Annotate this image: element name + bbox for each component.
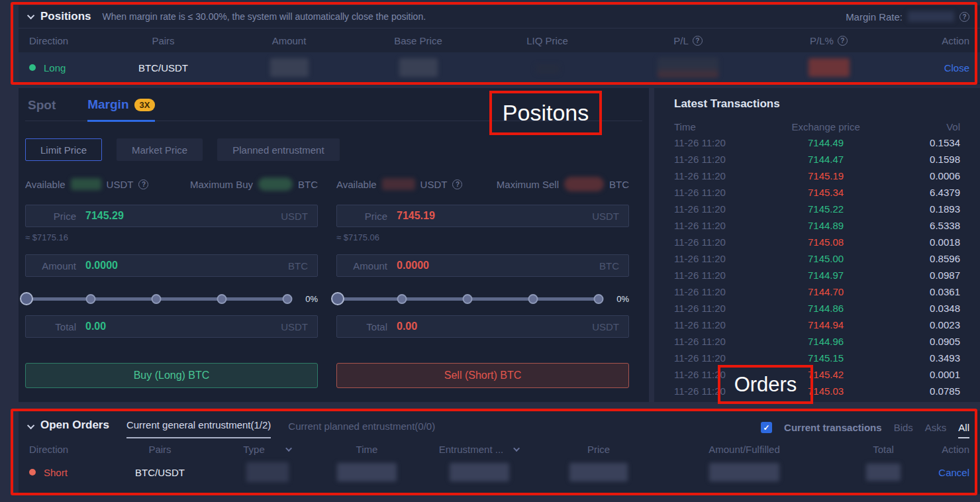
positions-title: Positions — [40, 10, 91, 23]
maximum-buy-label: Maximum Buy — [190, 179, 253, 190]
available-help-icon[interactable] — [138, 179, 148, 189]
slider-thumb[interactable] — [20, 292, 33, 305]
transaction-row[interactable]: 11-26 11:207144.700.0361 — [674, 283, 960, 300]
margin-rate: Margin Rate: — [846, 11, 969, 23]
buy-amount-slider[interactable] — [25, 292, 287, 305]
transaction-time: 11-26 11:20 — [674, 369, 778, 380]
entrustment-dropdown-chevron-icon[interactable] — [513, 445, 520, 452]
transaction-row[interactable]: 11-26 11:207144.470.1598 — [674, 151, 960, 168]
transaction-row[interactable]: 11-26 11:207144.860.0348 — [674, 300, 960, 317]
col-time: Time — [317, 444, 416, 455]
transaction-vol: 0.0001 — [873, 369, 960, 380]
transaction-row[interactable]: 11-26 11:207145.190.0006 — [674, 168, 960, 184]
transaction-price: 7145.00 — [778, 253, 873, 264]
slider-step-100[interactable] — [283, 294, 293, 304]
slider-step-75[interactable] — [528, 294, 538, 304]
short-dot-icon — [29, 469, 36, 476]
transactions-list: 11-26 11:207144.490.153411-26 11:207144.… — [674, 134, 960, 399]
sell-total-field[interactable]: Total 0.00 USDT — [336, 315, 629, 338]
sell-percent-value: 0% — [609, 294, 629, 304]
sell-amount-field[interactable]: Amount 0.0000 BTC — [336, 254, 629, 277]
transaction-row[interactable]: 11-26 11:207144.896.5338 — [674, 217, 960, 234]
close-position-button[interactable]: Close — [893, 62, 969, 74]
col-base-price: Base Price — [354, 35, 483, 46]
type-redacted — [246, 462, 289, 482]
open-orders-title: Open Orders — [40, 419, 109, 438]
slider-thumb[interactable] — [331, 292, 344, 305]
tab-general-entrustment[interactable]: Current general entrustment(1/2) — [126, 419, 271, 438]
limit-price-button[interactable]: Limit Price — [25, 138, 102, 161]
slider-step-25[interactable] — [86, 294, 96, 304]
filter-all[interactable]: All — [958, 422, 969, 438]
pl-percent-help-icon[interactable] — [838, 36, 848, 46]
buy-amount-field[interactable]: Amount 0.0000 BTC — [25, 254, 318, 277]
transaction-row[interactable]: 11-26 11:207145.030.0785 — [674, 383, 960, 399]
transaction-price: 7145.15 — [778, 352, 873, 364]
leverage-badge: 3X — [134, 99, 156, 111]
orders-filters: Current transactions Bids Asks All — [761, 422, 969, 438]
transaction-row[interactable]: 11-26 11:207144.970.0987 — [674, 267, 960, 283]
buy-long-button[interactable]: Buy (Long) BTC — [25, 363, 318, 388]
buy-total-field[interactable]: Total 0.00 USDT — [25, 315, 318, 338]
transaction-row[interactable]: 11-26 11:207145.420.0001 — [674, 366, 960, 383]
type-dropdown-chevron-icon[interactable] — [285, 445, 292, 452]
col-vol: Vol — [873, 121, 960, 132]
col-price: Price — [542, 444, 655, 455]
available-amount-redacted — [71, 178, 101, 190]
collapse-chevron-icon[interactable] — [27, 422, 34, 429]
buy-percent-value: 0% — [298, 294, 318, 304]
transaction-vol: 0.1893 — [873, 203, 960, 215]
col-direction: Direction — [29, 444, 102, 455]
available-help-icon[interactable] — [452, 179, 462, 189]
col-amount-fulfilled: Amount/Fulfilled — [655, 444, 834, 455]
slider-step-50[interactable] — [152, 294, 162, 304]
transaction-row[interactable]: 11-26 11:207145.150.3493 — [674, 350, 960, 366]
transaction-row[interactable]: 11-26 11:207145.220.1893 — [674, 201, 960, 217]
transaction-vol: 0.0785 — [873, 385, 960, 397]
transaction-row[interactable]: 11-26 11:207145.080.0018 — [674, 234, 960, 250]
tab-spot[interactable]: Spot — [28, 98, 56, 121]
col-type[interactable]: Type — [218, 444, 317, 455]
orders-column-headers: Direction Pairs Type Time Entrustment ..… — [19, 440, 980, 458]
amount-unit: BTC — [599, 260, 619, 272]
transaction-row[interactable]: 11-26 11:207145.346.4379 — [674, 184, 960, 201]
transaction-row[interactable]: 11-26 11:207144.940.0023 — [674, 317, 960, 333]
sell-short-button[interactable]: Sell (Short) BTC — [336, 363, 629, 388]
transaction-price: 7144.94 — [778, 319, 873, 330]
col-entrustment[interactable]: Entrustment ... — [416, 444, 542, 455]
filter-bids[interactable]: Bids — [894, 422, 913, 433]
tab-margin[interactable]: Margin 3X — [87, 97, 155, 122]
transaction-row[interactable]: 11-26 11:207145.000.8596 — [674, 250, 960, 267]
pl-help-icon[interactable] — [693, 36, 703, 46]
positions-header: Positions When margin rate is ≤ 30.00%, … — [19, 5, 980, 28]
order-type — [218, 462, 317, 482]
margin-rate-help-icon[interactable] — [959, 12, 969, 22]
slider-step-25[interactable] — [397, 294, 407, 304]
slider-step-50[interactable] — [463, 294, 473, 304]
maximum-buy-redacted — [258, 177, 293, 191]
transaction-row[interactable]: 11-26 11:207144.490.1534 — [674, 134, 960, 151]
sell-price-field[interactable]: Price 7145.19 USDT — [336, 205, 629, 227]
transaction-time: 11-26 11:20 — [674, 236, 778, 248]
buy-price-field[interactable]: Price 7145.29 USDT — [25, 205, 318, 227]
transactions-column-headers: Time Exchange price Vol — [674, 119, 960, 134]
time-redacted — [337, 463, 397, 481]
positions-panel: Positions When margin rate is ≤ 30.00%, … — [19, 5, 980, 84]
collapse-chevron-icon[interactable] — [27, 12, 34, 19]
slider-step-100[interactable] — [594, 294, 604, 304]
transaction-row[interactable]: 11-26 11:207144.960.0905 — [674, 333, 960, 350]
total-redacted — [866, 464, 901, 481]
buy-price-value: 7145.29 — [85, 210, 124, 222]
current-transactions-checkbox[interactable] — [761, 422, 772, 433]
tab-planned-entrustment[interactable]: Current planned entrustment(0/0) — [288, 421, 435, 438]
transaction-vol: 0.1598 — [873, 154, 960, 165]
market-price-button[interactable]: Market Price — [117, 138, 203, 161]
latest-transactions-panel: Latest Transactions Time Exchange price … — [654, 88, 980, 402]
transaction-vol: 0.0006 — [873, 170, 960, 181]
cancel-order-button[interactable]: Cancel — [933, 467, 969, 478]
filter-asks[interactable]: Asks — [925, 422, 947, 433]
sell-amount-slider[interactable] — [336, 292, 599, 305]
slider-step-75[interactable] — [217, 294, 227, 304]
planned-entrustment-button[interactable]: Planned entrustment — [217, 138, 339, 161]
transaction-vol: 0.0905 — [873, 336, 960, 347]
